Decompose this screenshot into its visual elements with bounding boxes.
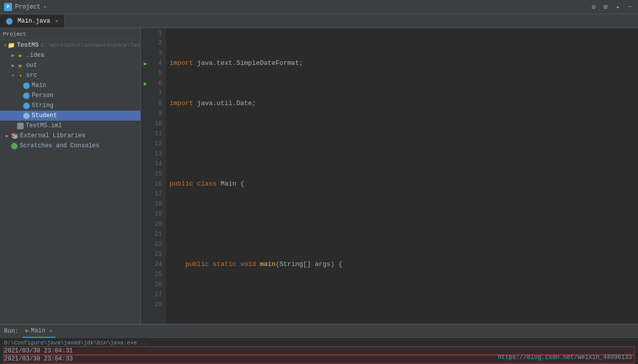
- ln-23: 23: [141, 249, 165, 259]
- ln-num-2: 2: [150, 40, 165, 47]
- lib-icon: 📚: [11, 132, 18, 139]
- website-credit: https://blog.csdn.net/weixin_44096133: [498, 354, 632, 361]
- ln-11: 11: [141, 129, 165, 139]
- run-label: Run:: [4, 328, 19, 335]
- ln-num-15: 15: [150, 170, 165, 177]
- sidebar-label-idea: .idea: [26, 52, 44, 59]
- gutter-19: [141, 209, 150, 219]
- title-bar-project-label: Project: [15, 4, 40, 11]
- sidebar-item-iml[interactable]: TestMS.iml: [0, 121, 140, 131]
- scratches-icon: [11, 143, 18, 149]
- java-icon-person: [23, 93, 30, 99]
- folder-icon-out: ▶: [17, 62, 24, 69]
- sidebar-label-external-libraries: External Libraries: [20, 132, 86, 139]
- gutter-28: [141, 300, 150, 310]
- code-line-4: public class Main {: [170, 179, 638, 189]
- tab-close-icon[interactable]: ✕: [55, 18, 58, 24]
- run-panel-header: Run: ▶ Main ✕: [0, 325, 638, 338]
- sidebar-label-main: Main: [32, 82, 46, 89]
- ln-num-17: 17: [150, 191, 165, 198]
- ln-num-19: 19: [150, 211, 165, 218]
- title-bar-actions: ⚙ ⊞ ✦ ─: [590, 3, 634, 11]
- tab-main-java[interactable]: Main.java ✕: [0, 15, 65, 28]
- ln-3: 3: [141, 48, 165, 58]
- code-content[interactable]: import java.text.SimpleDateFormat; impor…: [166, 28, 638, 324]
- ln-num-4: 4: [150, 60, 165, 67]
- sidebar-item-idea[interactable]: ▶ ▶ .idea: [0, 50, 140, 60]
- java-icon-student: [23, 113, 30, 119]
- layout-icon[interactable]: ⊞: [602, 3, 610, 11]
- gutter-5: [141, 68, 150, 78]
- gutter-17: [141, 189, 150, 199]
- sidebar-item-string[interactable]: String: [0, 101, 140, 111]
- sidebar-item-main[interactable]: Main: [0, 80, 140, 90]
- run-output-text-2: 2021/03/30 23:04:33: [4, 355, 73, 362]
- folder-icon-testms: 📁: [8, 42, 15, 49]
- ln-9: 9: [141, 109, 165, 119]
- gear-icon[interactable]: ✦: [614, 3, 622, 11]
- title-bar-dropdown-icon[interactable]: ▾: [43, 4, 46, 10]
- code-line-6: public static void main(String[] args) {: [170, 259, 638, 269]
- code-line-1: import java.text.SimpleDateFormat;: [170, 58, 638, 68]
- gutter-21: [141, 229, 150, 239]
- run-tab-main[interactable]: ▶ Main ✕: [23, 325, 55, 338]
- tree-arrow-idea: ▶: [10, 52, 16, 58]
- project-icon: P: [4, 3, 12, 11]
- ln-21: 21: [141, 229, 165, 239]
- code-line-3: [170, 139, 638, 149]
- gutter-27: [141, 290, 150, 300]
- ln-num-8: 8: [150, 100, 165, 107]
- ln-num-11: 11: [150, 130, 165, 137]
- java-file-icon: [6, 18, 13, 25]
- gutter-4[interactable]: ▶: [141, 58, 150, 68]
- ln-num-22: 22: [150, 241, 165, 248]
- ln-25: 25: [141, 269, 165, 280]
- ln-num-25: 25: [150, 271, 165, 278]
- ln-num-1: 1: [150, 30, 165, 37]
- sidebar-label-out: out: [26, 62, 37, 69]
- sidebar-header-label: Project: [3, 31, 26, 37]
- ln-2: 2: [141, 38, 165, 48]
- tab-label: Main.java: [18, 18, 50, 25]
- ln-5: 5: [141, 68, 165, 78]
- sidebar: Project ▾ 📁 TestMS D:\WorkSpace\ideawork…: [0, 28, 141, 324]
- gutter-22: [141, 239, 150, 249]
- ln-num-28: 28: [150, 301, 165, 308]
- ln-num-10: 10: [150, 120, 165, 127]
- sidebar-item-person[interactable]: Person: [0, 90, 140, 101]
- gutter-1: [141, 28, 150, 38]
- gutter-7: [141, 88, 150, 99]
- ln-num-27: 27: [150, 291, 165, 298]
- sidebar-item-src[interactable]: ▾ ▾ src: [0, 70, 140, 80]
- ln-7: 7: [141, 88, 165, 99]
- run-tab-close[interactable]: ✕: [49, 328, 52, 334]
- gutter-11: [141, 129, 150, 139]
- sidebar-item-external-libraries[interactable]: ▶ 📚 External Libraries: [0, 131, 140, 141]
- sidebar-item-testms[interactable]: ▾ 📁 TestMS D:\WorkSpace\ideaworkspace\Te…: [0, 40, 140, 50]
- sidebar-item-scratches[interactable]: Scratches and Consoles: [0, 141, 140, 151]
- sidebar-item-out[interactable]: ▶ ▶ out: [0, 60, 140, 70]
- run-output-text-1: 2021/03/30 23:04:31: [4, 347, 73, 354]
- ln-18: 18: [141, 199, 165, 209]
- sidebar-label-testms: TestMS: [17, 42, 38, 49]
- sidebar-header: Project: [0, 28, 140, 40]
- gutter-23: [141, 249, 150, 259]
- ln-num-5: 5: [150, 70, 165, 77]
- gutter-14: [141, 159, 150, 169]
- gutter-6[interactable]: ▶: [141, 78, 150, 88]
- minimize-icon[interactable]: ─: [626, 3, 634, 11]
- tree-arrow-src: ▾: [10, 72, 16, 78]
- gutter-2: [141, 38, 150, 48]
- ln-num-16: 16: [150, 180, 165, 188]
- settings-icon[interactable]: ⚙: [590, 3, 598, 11]
- ln-num-20: 20: [150, 221, 165, 228]
- tab-bar: Main.java ✕: [0, 14, 638, 28]
- ln-num-26: 26: [150, 281, 165, 288]
- sidebar-item-student[interactable]: Student: [0, 111, 140, 121]
- sidebar-label-string: String: [32, 102, 53, 109]
- run-path: D:\Configure\java\java8\jdk\bin\java.exe…: [4, 339, 634, 347]
- ln-20: 20: [141, 219, 165, 229]
- gutter-16: [141, 179, 150, 189]
- ln-16: 16: [141, 179, 165, 189]
- gutter-8: [141, 99, 150, 109]
